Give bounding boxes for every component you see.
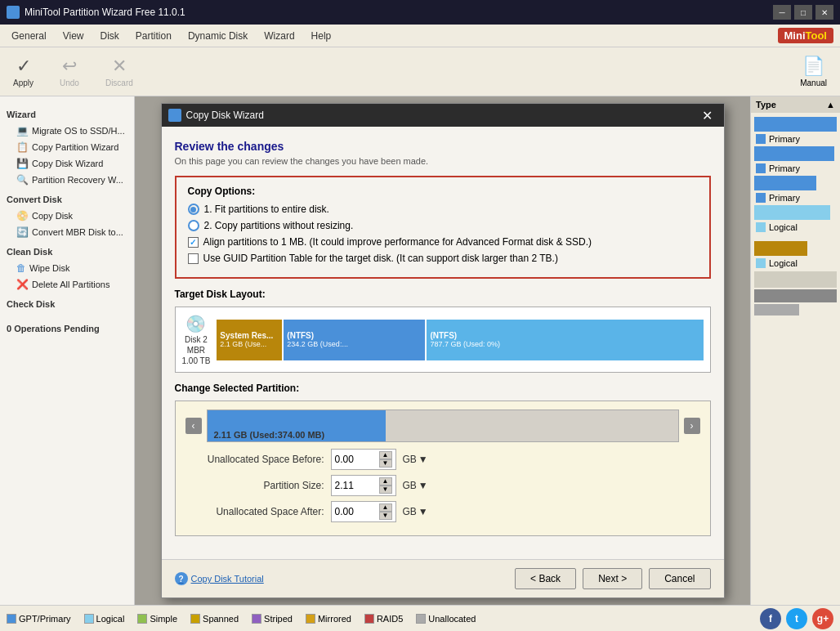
ntfs2-fs: (NTFS)	[430, 331, 699, 340]
rp-spacer	[751, 234, 840, 240]
unalloc-before-spinner[interactable]: ▲ ▼	[379, 451, 392, 468]
unalloc-after-down[interactable]: ▼	[379, 512, 392, 520]
sidebar: Wizard 💻 Migrate OS to SSD/H... 📋 Copy P…	[0, 96, 135, 605]
menu-general[interactable]: General	[3, 27, 55, 45]
partition-size-dropdown-icon[interactable]: ▼	[418, 480, 428, 491]
operations-pending: 0 Operations Pending	[0, 319, 134, 338]
dialog-titlebar: Copy Disk Wizard ✕	[162, 104, 724, 127]
partition-size-spinner[interactable]: ▲ ▼	[379, 477, 392, 494]
menu-help[interactable]: Help	[303, 27, 340, 45]
partition-size-input[interactable]: 2.11 ▲ ▼	[331, 475, 396, 496]
legend-raid5-label: RAID5	[377, 614, 403, 624]
rp-bar-6	[754, 271, 837, 288]
unalloc-before-dropdown-icon[interactable]: ▼	[418, 454, 428, 465]
sidebar-item-delete-partitions[interactable]: ❌ Delete All Partitions	[0, 276, 134, 293]
unalloc-before-row: Unallocated Space Before: 0.00 ▲ ▼ GB	[185, 449, 700, 470]
unalloc-before-down[interactable]: ▼	[379, 459, 392, 468]
dialog-icon	[168, 109, 181, 122]
menu-wizard[interactable]: Wizard	[256, 27, 302, 45]
checkbox2-row: Use GUID Partition Table for the target …	[188, 253, 698, 264]
partition-size-up[interactable]: ▲	[379, 477, 392, 486]
maximize-button[interactable]: □	[794, 5, 812, 20]
ntfs2-partition[interactable]: (NTFS) 787.7 GB (Used: 0%)	[427, 320, 703, 360]
partition-nav-left[interactable]: ‹	[185, 418, 202, 434]
unalloc-after-dropdown-icon[interactable]: ▼	[418, 506, 428, 517]
rp-bar-8	[754, 304, 799, 316]
ntfs2-size: 787.7 GB (Used: 0%)	[430, 340, 699, 348]
menu-dynamic-disk[interactable]: Dynamic Disk	[180, 27, 256, 45]
manual-icon: 📄	[802, 56, 824, 77]
option2-radio[interactable]	[188, 220, 199, 231]
align-checkbox[interactable]: ✓	[188, 237, 199, 248]
unalloc-after-input[interactable]: 0.00 ▲ ▼	[331, 501, 396, 522]
checkbox2-label: Use GUID Partition Table for the target …	[203, 253, 558, 264]
copy-disk-icon: 💾	[16, 158, 29, 169]
copy-disk-wizard-dialog: Copy Disk Wizard ✕ Review the changes On…	[161, 103, 725, 598]
sidebar-item-convert-mbr-label: Convert MBR Disk to...	[32, 227, 123, 237]
next-button[interactable]: Next >	[583, 568, 642, 589]
guid-checkbox[interactable]	[188, 253, 199, 264]
legend-spanned-label: Spanned	[203, 614, 239, 624]
manual-button[interactable]: 📄 Manual	[793, 52, 833, 91]
apply-button[interactable]: ✓ Apply	[7, 52, 40, 91]
toolbar: ✓ Apply ↩ Undo ✕ Discard 📄 Manual	[0, 47, 840, 96]
copy-options-title: Copy Options:	[188, 186, 698, 197]
legend-raid5: RAID5	[364, 614, 403, 624]
help-link[interactable]: ? Copy Disk Tutorial	[175, 572, 264, 585]
unalloc-before-unit-label: GB	[403, 454, 417, 465]
sidebar-item-wipe-disk[interactable]: 🗑 Wipe Disk	[0, 260, 134, 276]
cancel-button[interactable]: Cancel	[649, 568, 710, 589]
menu-disk[interactable]: Disk	[92, 27, 127, 45]
discard-button[interactable]: ✕ Discard	[99, 52, 140, 91]
option1-radio[interactable]	[188, 204, 199, 215]
sidebar-item-convert-mbr[interactable]: 🔄 Convert MBR Disk to...	[0, 224, 134, 240]
checkbox1-row: ✓ Align partitions to 1 MB. (It could im…	[188, 236, 698, 248]
google-plus-button[interactable]: g+	[812, 608, 833, 629]
partition-size-unit: GB ▼	[403, 480, 428, 491]
legend-mirrored-box	[306, 614, 315, 624]
sidebar-item-partition-recovery-label: Partition Recovery W...	[32, 175, 123, 185]
undo-label: Undo	[60, 78, 79, 87]
menu-partition[interactable]: Partition	[127, 27, 180, 45]
sidebar-item-copy-disk2[interactable]: 📀 Copy Disk	[0, 208, 134, 224]
minimize-button[interactable]: ─	[773, 5, 791, 20]
sidebar-item-copy-partition[interactable]: 📋 Copy Partition Wizard	[0, 139, 134, 155]
rp-bar-7	[754, 289, 837, 302]
unalloc-after-spinner[interactable]: ▲ ▼	[379, 503, 392, 520]
dialog-close-button[interactable]: ✕	[697, 106, 717, 125]
legend-spanned: Spanned	[190, 614, 239, 624]
unalloc-after-unit-label: GB	[403, 506, 417, 517]
clean-section-header: Clean Disk	[0, 244, 134, 260]
twitter-button[interactable]: t	[786, 608, 807, 629]
unalloc-before-input[interactable]: 0.00 ▲ ▼	[331, 449, 396, 470]
unalloc-before-up[interactable]: ▲	[379, 451, 392, 459]
logo-tool: Tool	[806, 29, 827, 42]
dialog-title: Copy Disk Wizard	[186, 110, 264, 121]
copy-partition-icon: 📋	[16, 141, 29, 153]
disk-name: Disk 2	[185, 335, 208, 344]
partition-size-down[interactable]: ▼	[379, 486, 392, 494]
right-panel-collapse-icon[interactable]: ▲	[826, 100, 835, 110]
logo-mini: Mini	[784, 29, 806, 42]
undo-button[interactable]: ↩ Undo	[53, 52, 86, 91]
system-partition[interactable]: System Res... 2.1 GB (Use...	[217, 320, 282, 360]
check-mark: ✓	[190, 238, 196, 247]
system-partition-size: 2.1 GB (Use...	[220, 340, 279, 348]
partition-size-row: Partition Size: 2.11 ▲ ▼ GB ▼	[185, 475, 700, 496]
unalloc-after-up[interactable]: ▲	[379, 503, 392, 512]
ntfs1-partition[interactable]: (NTFS) 234.2 GB (Used:...	[284, 320, 425, 360]
right-panel: Type ▲ Primary Primary Primary Logical	[750, 96, 840, 605]
partition-nav-right[interactable]: ›	[684, 418, 700, 434]
dialog-footer: ? Copy Disk Tutorial < Back Next > Cance…	[162, 559, 724, 597]
sidebar-item-partition-recovery[interactable]: 🔍 Partition Recovery W...	[0, 172, 134, 188]
close-button[interactable]: ✕	[815, 5, 833, 20]
rp-primary-3: Primary	[751, 191, 840, 204]
unalloc-after-row: Unallocated Space After: 0.00 ▲ ▼ GB	[185, 501, 700, 522]
sidebar-item-copy-disk[interactable]: 💾 Copy Disk Wizard	[0, 155, 134, 172]
facebook-button[interactable]: f	[760, 608, 781, 629]
menu-view[interactable]: View	[55, 27, 92, 45]
sidebar-item-copy-partition-label: Copy Partition Wizard	[32, 142, 118, 152]
rp-bar-4	[754, 205, 830, 220]
sidebar-item-migrate-os[interactable]: 💻 Migrate OS to SSD/H...	[0, 123, 134, 139]
back-button[interactable]: < Back	[515, 568, 576, 589]
